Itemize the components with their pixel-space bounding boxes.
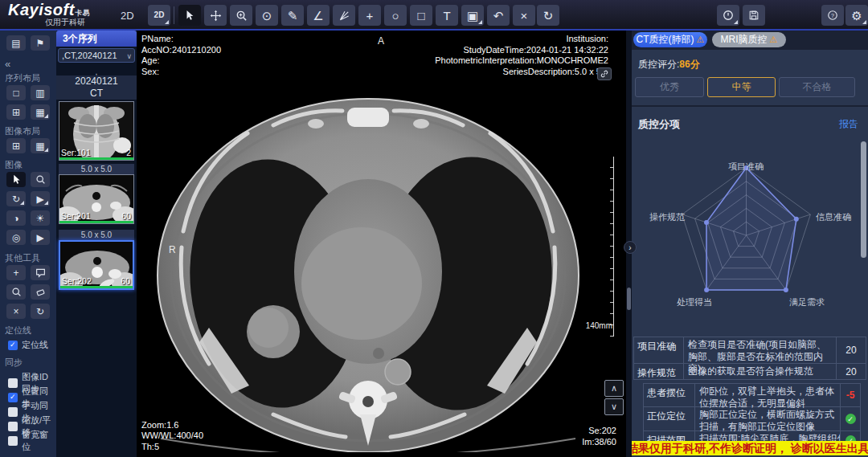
- layout-3x3-button[interactable]: ▦: [31, 104, 50, 120]
- invert-tool-button[interactable]: ◑: [6, 210, 26, 226]
- reset-button[interactable]: ↻: [537, 5, 559, 26]
- view-mode-label: 2D: [121, 10, 134, 22]
- layout-2x2-button[interactable]: ⊞: [6, 104, 26, 120]
- window-level-tool-button[interactable]: ⊙: [256, 5, 278, 26]
- study-select[interactable]: ,CT,20240121∨: [58, 48, 135, 63]
- layout-1x1-button[interactable]: □: [6, 85, 26, 100]
- orientation-anterior: A: [378, 35, 384, 47]
- probe-tool-button[interactable]: +: [358, 5, 381, 26]
- about-button[interactable]: [717, 5, 739, 26]
- toolbar-separator: [174, 6, 174, 24]
- table-row: 正位定位 胸部正位定位，横断面螺旋方式扫描，有胸部正位定位图像 ✓: [643, 407, 861, 431]
- undo-button[interactable]: ↶: [487, 5, 510, 26]
- list-panel-icon: ▤: [11, 38, 20, 49]
- scroll-down-button[interactable]: ∨: [604, 398, 624, 415]
- help-icon: ?: [827, 10, 838, 21]
- reset-tool-button[interactable]: ↻: [31, 304, 50, 319]
- flag-panel-button[interactable]: ⚑: [31, 35, 50, 51]
- rectangle-roi-tool-button[interactable]: □: [410, 5, 432, 26]
- wl-preset-button[interactable]: ▣: [461, 5, 484, 26]
- 2d-view-button[interactable]: 2D: [148, 5, 170, 26]
- cursor-tool-button[interactable]: [178, 5, 201, 26]
- qc-scrollbar-thumb[interactable]: [861, 141, 866, 258]
- link-series-button[interactable]: [597, 67, 612, 80]
- magnify-glass-tool-button[interactable]: [6, 284, 26, 300]
- logo-cn-text: 卡易: [75, 9, 90, 17]
- research-note: 仅用于科研: [45, 18, 90, 27]
- chevron-down-icon: ∨: [611, 402, 617, 412]
- image-viewport[interactable]: PName: AccNO:2401210200 Age: Sex: Instit…: [137, 31, 626, 457]
- slice-size-label: 5.0 x 5.0: [59, 230, 134, 240]
- section-sync: 同步: [5, 357, 23, 369]
- wl-preset-icon: ▣: [467, 10, 478, 22]
- gear-icon: ⚙: [851, 10, 862, 22]
- grade-fail-button[interactable]: 不合格: [779, 77, 855, 97]
- warning-icon: ⚠: [697, 35, 705, 45]
- study-group-header[interactable]: 20240121CT: [56, 75, 137, 100]
- cobb-angle-tool-button[interactable]: [333, 5, 355, 26]
- grade-excellent-button[interactable]: 优秀: [635, 77, 704, 97]
- series-thumbnail-101[interactable]: Ser:101 2: [59, 101, 134, 161]
- pan-tool-button[interactable]: [204, 5, 227, 26]
- table-row: 项目准确 检查项目是否准确(项目如脑部、胸部、腹部是否在标准的范围内容) 20: [633, 337, 866, 364]
- settings-button[interactable]: ⚙: [845, 5, 868, 26]
- delete-tool-button[interactable]: ×: [6, 304, 26, 319]
- ct-axial-image[interactable]: [153, 87, 583, 452]
- series-list-panel-button[interactable]: ▤: [6, 35, 26, 51]
- target-tool-button[interactable]: ◎: [6, 230, 26, 245]
- series-thumbnail-202-selected[interactable]: 5.0 x 5.0 Ser:202 60: [59, 230, 134, 290]
- qc-item-name: 项目准确: [634, 337, 684, 363]
- rotate-flip-tool-button[interactable]: ↻: [6, 191, 26, 206]
- locator-line-checkbox[interactable]: 定位线: [8, 339, 48, 351]
- cine-tool-button[interactable]: ▶: [31, 191, 50, 206]
- save-button[interactable]: [743, 5, 765, 26]
- play-tool-button[interactable]: ▶: [31, 230, 50, 245]
- ellipse-icon: ○: [391, 10, 399, 22]
- crosshair-tool-button[interactable]: +: [6, 265, 26, 280]
- delete-annotation-button[interactable]: ×: [513, 5, 535, 26]
- scroll-up-button[interactable]: ∧: [604, 380, 624, 397]
- study-info-overlay: Institusion: StudyDateTime:2024-01-21 14…: [435, 34, 608, 77]
- grade-medium-button[interactable]: 中等: [707, 77, 776, 97]
- layout-1x2-button[interactable]: ▥: [31, 85, 50, 100]
- img-layout-3x3-button[interactable]: ▦: [31, 138, 50, 153]
- report-link[interactable]: 报告: [839, 117, 858, 131]
- window-width-level: WW/WL:400/40: [141, 430, 203, 442]
- series-panel: 3个序列 ,CT,20240121∨ , 20240121CT Ser:101 …: [56, 31, 137, 457]
- pencil-icon: ✎: [288, 10, 298, 22]
- collapse-panel-handle[interactable]: ›: [624, 241, 637, 254]
- select-tool-button[interactable]: [6, 172, 26, 187]
- zoom-in-tool-button[interactable]: [230, 5, 252, 26]
- tab-mri-brain-qc[interactable]: MRI脑质控⚠: [712, 32, 786, 47]
- checkbox-box: [8, 436, 18, 446]
- cursor-icon: [184, 10, 195, 21]
- load-progress-bar: [59, 157, 133, 160]
- ellipse-roi-tool-button[interactable]: ○: [384, 5, 407, 26]
- annotation-tool-button[interactable]: [31, 265, 50, 280]
- text-annotation-tool-button[interactable]: T: [436, 5, 458, 26]
- magnifier-icon: [11, 287, 22, 297]
- sync-window-checkbox[interactable]: 窗宽窗位: [8, 429, 56, 453]
- qc-item-desc: 图像的获取是否符合操作规范: [684, 364, 837, 379]
- scale-ruler: [608, 157, 614, 337]
- help-button[interactable]: ?: [821, 5, 844, 26]
- image-count: 60: [121, 211, 131, 221]
- dropdown-corner: [478, 20, 482, 24]
- brightness-tool-button[interactable]: ☀: [31, 210, 50, 226]
- image-scrollbar-thumb[interactable]: [627, 288, 631, 310]
- magnify-tool-button[interactable]: [31, 172, 50, 187]
- tab-ct-lung-qc[interactable]: CT质控(肺部)⚠: [633, 32, 707, 47]
- length-measure-tool-button[interactable]: ✎: [281, 5, 304, 26]
- chevron-up-icon: ∧: [611, 383, 617, 394]
- brightness-icon: ☀: [36, 213, 45, 224]
- collapse-sidebar-button[interactable]: «: [5, 58, 10, 70]
- eraser-tool-button[interactable]: [31, 284, 50, 300]
- checkbox-label: 定位线: [22, 339, 48, 351]
- angle-tool-button[interactable]: ∠: [307, 5, 330, 26]
- series-thumbnail-201[interactable]: 5.0 x 5.0 Ser:201 60: [59, 164, 134, 224]
- image-count: 2: [126, 148, 131, 157]
- section-image-layout: 图像布局: [5, 125, 40, 137]
- photometric-interpretation: PhotometricInterpretation:MONOCHROME2: [435, 55, 608, 67]
- img-layout-2x2-button[interactable]: ⊞: [6, 138, 26, 153]
- play-icon: ▶: [36, 232, 43, 243]
